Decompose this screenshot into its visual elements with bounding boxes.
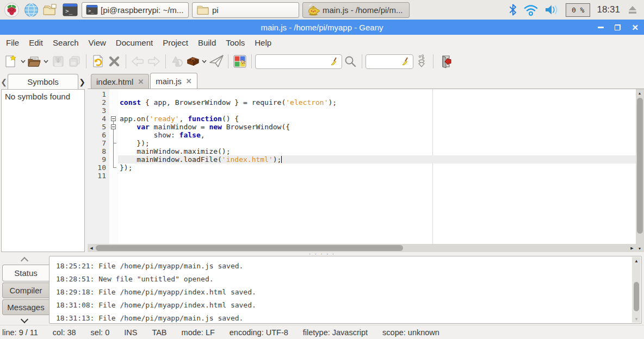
scroll-up-icon[interactable]: ▲ (632, 257, 641, 265)
code-line[interactable]: 7 }); (88, 139, 636, 147)
search-button[interactable] (342, 53, 358, 70)
code-line[interactable]: 6 show: false, (88, 131, 636, 139)
goto-line-button[interactable] (413, 53, 430, 70)
run-button[interactable] (208, 53, 225, 70)
search-input[interactable] (258, 57, 330, 66)
sidebar-tab-scroll-left-icon[interactable]: ❮ (0, 78, 8, 89)
web-browser-icon[interactable] (23, 2, 39, 18)
close-document-button[interactable] (106, 53, 122, 70)
goto-line-input[interactable] (369, 57, 401, 66)
navigate-back-button[interactable] (129, 53, 146, 70)
menu-file[interactable]: File (1, 36, 24, 49)
editor-vertical-scrollbar[interactable]: ▲ ▼ (636, 89, 644, 252)
status-message-pane[interactable]: 18:25:21: File /home/pi/myapp/main.js sa… (49, 256, 642, 324)
taskbar-window-geany[interactable]: main.js - /home/pi/m... (302, 2, 410, 18)
status-message[interactable]: 18:25:21: File /home/pi/myapp/main.js sa… (56, 262, 641, 275)
code-text[interactable]: show: false, (118, 131, 636, 139)
code-line[interactable]: 4app.on('ready', function() { (88, 115, 636, 123)
scroll-right-icon[interactable]: ▶ (628, 244, 636, 252)
code-text[interactable]: var mainWindow = new BrowserWindow({ (118, 123, 636, 131)
code-line[interactable]: 2const { app, BrowserWindow } = require(… (88, 98, 636, 106)
messages-scroll-thumb[interactable] (634, 282, 639, 311)
code-line[interactable]: 10}); (88, 164, 636, 172)
code-text[interactable]: mainWindow.maximize(); (118, 147, 636, 155)
minimize-icon[interactable] (598, 27, 604, 28)
volume-icon[interactable] (544, 4, 559, 16)
menu-build[interactable]: Build (193, 36, 221, 49)
menu-document[interactable]: Document (111, 36, 158, 49)
close-icon[interactable]: ✕ (631, 23, 639, 32)
status-message[interactable]: 18:29:18: File /home/pi/myapp/index.html… (56, 288, 641, 301)
save-all-button[interactable] (66, 53, 83, 70)
build-button[interactable] (185, 53, 200, 70)
menu-project[interactable]: Project (158, 36, 193, 49)
code-editor[interactable]: 12const { app, BrowserWindow } = require… (88, 89, 636, 244)
terminal-launcher-icon[interactable]: >_ (62, 2, 78, 18)
scroll-down-icon[interactable]: ▼ (632, 315, 641, 323)
wifi-icon[interactable] (524, 4, 538, 16)
open-file-button[interactable] (27, 53, 41, 70)
code-text[interactable]: app.on('ready', function() { (118, 115, 636, 123)
panel-tab-scroll-down-icon[interactable] (21, 316, 28, 323)
code-line[interactable]: 8 mainWindow.maximize(); (88, 147, 636, 155)
clock[interactable]: 18:31 (597, 4, 620, 15)
code-text[interactable] (118, 90, 636, 98)
tab-symbols[interactable]: Symbols (8, 74, 78, 89)
messages-vertical-scrollbar[interactable]: ▲ ▼ (632, 257, 641, 323)
raspberry-menu-icon[interactable] (3, 2, 20, 18)
tab-status[interactable]: Status (2, 265, 49, 281)
taskbar-window-terminal[interactable]: >_ [pi@raspberrypi: ~/m... (82, 2, 189, 18)
file-manager-icon[interactable] (42, 2, 59, 18)
menu-view[interactable]: View (84, 36, 111, 49)
restore-icon[interactable] (615, 24, 621, 30)
menu-search[interactable]: Search (48, 36, 84, 49)
code-text[interactable]: }); (118, 164, 636, 172)
status-message[interactable]: 18:28:51: New file "untitled" opened. (56, 275, 641, 288)
code-text[interactable]: mainWindow.loadFile('index.html'); (118, 155, 636, 164)
new-file-menu-button[interactable] (18, 53, 27, 70)
panel-tab-scroll-up-icon[interactable] (21, 257, 28, 265)
code-line[interactable]: 5 var mainWindow = new BrowserWindow({ (88, 123, 636, 131)
code-text[interactable] (118, 106, 636, 115)
save-button[interactable] (50, 53, 66, 70)
fold-marker[interactable] (109, 115, 118, 123)
revert-button[interactable] (90, 53, 106, 70)
vertical-scroll-thumb[interactable] (637, 98, 643, 234)
color-chooser-button[interactable] (232, 53, 248, 70)
tab-messages[interactable]: Messages (2, 299, 49, 315)
tab-main-js[interactable]: main.js ✕ (150, 73, 197, 89)
open-file-menu-button[interactable] (41, 53, 50, 70)
clear-search-broom-icon[interactable] (330, 57, 339, 66)
code-line[interactable]: 1 (88, 90, 636, 98)
compile-button[interactable] (169, 53, 185, 70)
quit-button[interactable] (437, 53, 453, 70)
bluetooth-icon[interactable] (509, 4, 517, 16)
fold-marker[interactable] (109, 123, 118, 131)
editor-horizontal-scrollbar[interactable]: ◀ ▶ (88, 244, 636, 252)
scroll-left-icon[interactable]: ◀ (88, 244, 95, 252)
eject-icon[interactable] (627, 4, 639, 15)
tab-close-icon[interactable]: ✕ (138, 78, 144, 86)
window-titlebar[interactable]: main.js - /home/pi/myapp - Geany ✕ (0, 20, 644, 35)
horizontal-scroll-thumb[interactable] (96, 245, 403, 251)
code-line[interactable]: 11 (88, 172, 636, 180)
clear-goto-broom-icon[interactable] (401, 57, 410, 66)
symbols-pane[interactable]: No symbols found (1, 89, 85, 252)
tab-index-html[interactable]: index.html ✕ (91, 74, 149, 89)
code-text[interactable]: }); (118, 139, 636, 147)
taskbar-window-filemanager[interactable]: pi (192, 2, 299, 18)
menu-tools[interactable]: Tools (221, 36, 250, 49)
tab-compiler[interactable]: Compiler (2, 282, 49, 298)
build-menu-button[interactable] (200, 53, 208, 70)
menu-help[interactable]: Help (250, 36, 276, 49)
status-message[interactable]: 18:31:13: File /home/pi/myapp/main.js sa… (56, 314, 641, 324)
scroll-down-icon[interactable]: ▼ (636, 244, 643, 252)
code-line[interactable]: 9 mainWindow.loadFile('index.html'); (88, 155, 636, 164)
panel-splitter[interactable]: · · · · · (0, 252, 644, 256)
code-text[interactable]: const { app, BrowserWindow } = require('… (118, 98, 636, 106)
status-message[interactable]: 18:31:08: File /home/pi/myapp/index.html… (56, 301, 641, 314)
code-line[interactable]: 3 (88, 106, 636, 115)
sidebar-tab-scroll-right-icon[interactable]: ❯ (78, 78, 86, 89)
menu-edit[interactable]: Edit (24, 36, 48, 49)
scroll-up-icon[interactable]: ▲ (636, 89, 643, 97)
